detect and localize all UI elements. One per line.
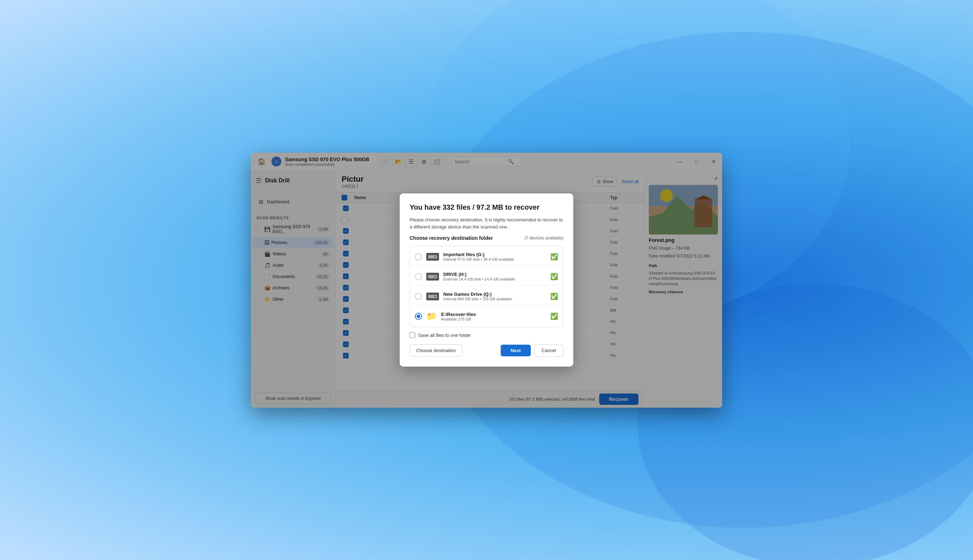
device-info: New Games Drive (Q:) Internal 894 GB dis… xyxy=(443,292,546,301)
next-button[interactable]: Next xyxy=(501,345,531,356)
device-detail: Internal 97.6 GB disk • 38.4 GB availabl… xyxy=(443,257,546,262)
device-info: Important files (G:) Internal 97.6 GB di… xyxy=(443,252,546,262)
device-name: Important files (G:) xyxy=(443,252,546,257)
device-name: E:\Recover-files xyxy=(441,312,546,317)
device-radio[interactable] xyxy=(415,293,422,300)
device-available-icon: ✅ xyxy=(550,293,558,300)
device-available-icon: ✅ xyxy=(550,273,558,280)
dest-label: Choose recovery destination folder xyxy=(410,235,493,241)
device-radio-selected[interactable] xyxy=(415,313,422,320)
device-detail: Available 175 GB xyxy=(441,317,546,321)
svg-rect-17 xyxy=(434,296,436,297)
modal-title: You have 332 files / 97.2 MB to recover xyxy=(410,203,563,212)
device-detail: External 14.4 GB disk • 14.4 GB availabl… xyxy=(443,277,546,281)
device-available-icon: ✅ xyxy=(550,253,558,261)
modal-description: Please choose recovery destination. It i… xyxy=(410,217,563,230)
drive-icon xyxy=(426,293,439,300)
devices-list: Important files (G:) Internal 97.6 GB di… xyxy=(410,246,563,327)
device-radio[interactable] xyxy=(415,273,422,280)
device-item-recover-files[interactable]: 📁 E:\Recover-files Available 175 GB ✅ xyxy=(410,307,563,325)
device-info: DRIVE (H:) External 14.4 GB disk • 14.4 … xyxy=(443,272,546,281)
modal-footer: Choose destination Next Cancel xyxy=(410,344,563,357)
device-info: E:\Recover-files Available 175 GB xyxy=(441,312,546,321)
app-window: 🏠 ✓ Samsung SSD 970 EVO Plus 500GB Scan … xyxy=(251,153,722,408)
device-item-drive-h[interactable]: DRIVE (H:) External 14.4 GB disk • 14.4 … xyxy=(410,267,563,286)
choose-destination-button[interactable]: Choose destination xyxy=(410,344,462,357)
cancel-button[interactable]: Cancel xyxy=(534,344,563,357)
device-detail: Internal 894 GB disk • 729 GB available xyxy=(443,297,546,301)
save-one-folder-label: Save all files to one folder xyxy=(418,333,471,338)
save-one-folder-checkbox[interactable]: Save all files to one folder xyxy=(410,332,563,338)
svg-rect-14 xyxy=(434,276,436,277)
device-available-icon: ✅ xyxy=(550,312,558,320)
recovery-modal: You have 332 files / 97.2 MB to recover … xyxy=(400,193,573,367)
device-name: DRIVE (H:) xyxy=(443,272,546,277)
device-item-important[interactable]: Important files (G:) Internal 97.6 GB di… xyxy=(410,248,563,266)
modal-overlay: You have 332 files / 97.2 MB to recover … xyxy=(251,153,722,408)
device-item-games-drive[interactable]: New Games Drive (Q:) Internal 894 GB dis… xyxy=(410,287,563,306)
folder-icon: 📁 xyxy=(426,312,437,321)
svg-rect-11 xyxy=(434,256,436,258)
device-radio[interactable] xyxy=(415,253,422,260)
drive-icon xyxy=(426,253,439,261)
modal-dest-header: Choose recovery destination folder (7 de… xyxy=(410,235,563,241)
drive-icon xyxy=(426,273,439,280)
device-name: New Games Drive (Q:) xyxy=(443,292,546,297)
save-one-folder-input[interactable] xyxy=(410,332,415,338)
devices-count: (7 devices available) xyxy=(525,235,563,240)
